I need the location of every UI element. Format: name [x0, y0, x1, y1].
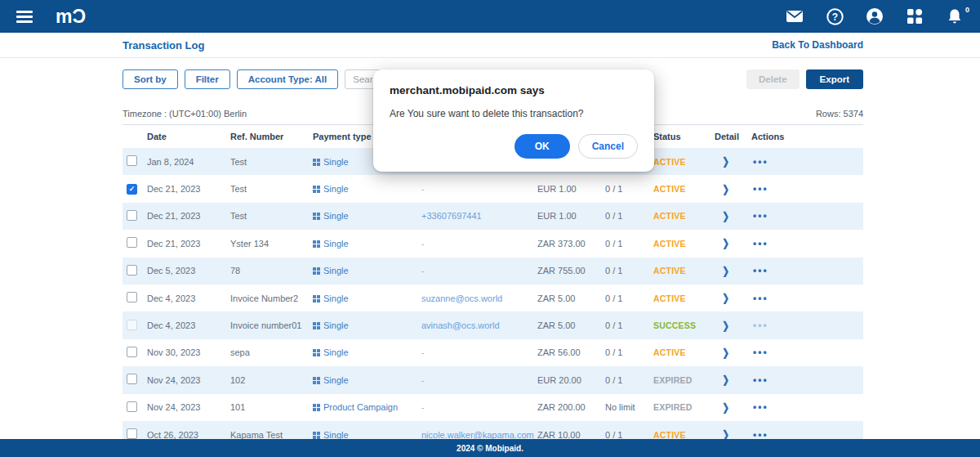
- actions-menu-icon[interactable]: •••: [751, 265, 768, 276]
- cell-detail: ❯: [715, 265, 751, 277]
- detail-chevron-icon[interactable]: ❯: [716, 155, 729, 168]
- dialog-cancel-button[interactable]: Cancel: [578, 134, 638, 159]
- cell-ref-number: Invoice number01: [230, 320, 313, 330]
- row-checkbox[interactable]: [127, 155, 137, 166]
- payment-type-link[interactable]: Single: [323, 293, 349, 303]
- status-badge: EXPIRED: [653, 375, 693, 385]
- row-checkbox[interactable]: [127, 292, 137, 302]
- notifications-bell-icon[interactable]: 0: [946, 7, 964, 25]
- filter-button[interactable]: Filter: [185, 69, 230, 89]
- toolbar-right-group: Delete Export: [746, 69, 863, 89]
- row-checkbox[interactable]: [127, 374, 137, 384]
- detail-chevron-icon[interactable]: ❯: [716, 292, 729, 304]
- help-icon[interactable]: ?: [826, 7, 844, 25]
- detail-chevron-icon[interactable]: ❯: [716, 265, 729, 277]
- actions-menu-icon[interactable]: •••: [751, 156, 768, 168]
- delete-button[interactable]: Delete: [746, 69, 800, 89]
- payment-type-link[interactable]: Single: [323, 184, 349, 194]
- payment-type-link[interactable]: Single: [323, 157, 349, 167]
- payment-type-link[interactable]: Single: [323, 430, 349, 440]
- status-badge: ACTIVE: [653, 347, 686, 357]
- status-badge: ACTIVE: [653, 293, 686, 303]
- cell-amount: EUR 1.00: [537, 211, 605, 221]
- detail-chevron-icon[interactable]: ❯: [716, 210, 729, 222]
- cell-status: ACTIVE: [653, 347, 715, 357]
- actions-menu-icon[interactable]: •••: [751, 347, 768, 358]
- recipient-link[interactable]: +33607697441: [421, 211, 482, 221]
- recipient-link[interactable]: nicole.walker@kapama.com: [421, 430, 534, 440]
- payment-type-link[interactable]: Single: [323, 347, 349, 357]
- sort-by-button[interactable]: Sort by: [122, 69, 178, 89]
- actions-menu-icon[interactable]: •••: [751, 183, 768, 195]
- payment-type-icon: [313, 377, 320, 384]
- recipient-value: -: [421, 184, 425, 194]
- cell-status: ACTIVE: [653, 293, 715, 303]
- status-badge: SUCCESS: [653, 320, 696, 330]
- export-button[interactable]: Export: [806, 69, 863, 89]
- payment-type-link[interactable]: Single: [323, 320, 349, 330]
- detail-chevron-icon[interactable]: ❯: [716, 374, 729, 386]
- account-icon[interactable]: [866, 7, 884, 25]
- cell-date: Oct 26, 2023: [147, 430, 230, 440]
- account-type-button[interactable]: Account Type: All: [237, 69, 338, 89]
- mobipaid-logo[interactable]: mƆ: [56, 7, 86, 26]
- payment-type-link[interactable]: Product Campaign: [323, 402, 398, 412]
- cell-checkbox: [122, 401, 147, 414]
- cell-count: No limit: [605, 402, 653, 412]
- menu-icon[interactable]: [16, 11, 33, 23]
- row-checkbox[interactable]: [127, 210, 137, 221]
- row-checkbox[interactable]: ✓: [127, 184, 137, 195]
- cell-status: ACTIVE: [653, 430, 715, 440]
- detail-chevron-icon[interactable]: ❯: [716, 347, 729, 359]
- payment-type-link[interactable]: Single: [323, 211, 349, 221]
- row-checkbox[interactable]: [127, 237, 137, 248]
- cell-checkbox: [122, 292, 147, 304]
- cell-actions: •••: [751, 238, 863, 249]
- detail-chevron-icon[interactable]: ❯: [716, 237, 729, 249]
- dialog-ok-button[interactable]: OK: [514, 134, 570, 159]
- cell-ref-number: sepa: [230, 347, 313, 357]
- cell-payment-type: Single: [313, 266, 421, 276]
- cell-payment-type: Single: [313, 347, 421, 357]
- back-to-dashboard-link[interactable]: Back To Dashboard: [772, 39, 863, 51]
- cell-status: ACTIVE: [653, 239, 715, 249]
- cell-date: Nov 24, 2023: [147, 375, 230, 385]
- detail-chevron-icon[interactable]: ❯: [716, 401, 729, 414]
- cell-payment-type: Single: [313, 239, 421, 249]
- status-badge: ACTIVE: [653, 266, 686, 276]
- mail-icon[interactable]: [786, 7, 804, 25]
- actions-menu-icon[interactable]: •••: [751, 374, 768, 386]
- detail-chevron-icon[interactable]: ❯: [716, 320, 729, 332]
- actions-menu-icon[interactable]: •••: [751, 401, 768, 413]
- actions-menu-icon: •••: [751, 320, 768, 331]
- detail-chevron-icon[interactable]: ❯: [716, 183, 729, 195]
- cell-checkbox: [122, 320, 147, 332]
- actions-menu-icon[interactable]: •••: [751, 238, 768, 249]
- notifications-count-badge: 0: [965, 6, 969, 14]
- recipient-value: -: [421, 375, 425, 385]
- payment-type-link[interactable]: Single: [323, 375, 349, 385]
- row-checkbox[interactable]: [127, 401, 137, 412]
- row-checkbox[interactable]: [127, 265, 137, 276]
- table-row: Dec 4, 2023Invoice Number2Singlesuzanne@…: [122, 285, 863, 311]
- rows-count-label: Rows: 5374: [816, 109, 863, 119]
- apps-grid-icon[interactable]: [906, 7, 924, 25]
- cell-status: EXPIRED: [653, 402, 715, 412]
- payment-type-link[interactable]: Single: [323, 239, 349, 249]
- row-checkbox[interactable]: [127, 428, 137, 439]
- actions-menu-icon[interactable]: •••: [751, 210, 768, 222]
- cell-detail: ❯: [715, 210, 751, 222]
- payment-type-link[interactable]: Single: [323, 266, 349, 276]
- recipient-link[interactable]: avinash@ocs.world: [421, 320, 500, 330]
- row-checkbox[interactable]: [127, 347, 137, 357]
- cell-actions: •••: [751, 293, 863, 304]
- top-navbar: mƆ ? 0: [0, 0, 980, 33]
- cell-count: 0 / 1: [605, 293, 653, 303]
- cell-ref-number: Kapama Test: [230, 430, 313, 440]
- table-row: Nov 24, 2023102Single-EUR 20.000 / 1EXPI…: [122, 366, 863, 393]
- recipient-link[interactable]: suzanne@ocs.world: [421, 293, 502, 303]
- cell-actions: •••: [751, 183, 863, 195]
- cell-detail: ❯: [715, 347, 751, 359]
- status-badge: ACTIVE: [653, 157, 686, 167]
- actions-menu-icon[interactable]: •••: [751, 293, 768, 304]
